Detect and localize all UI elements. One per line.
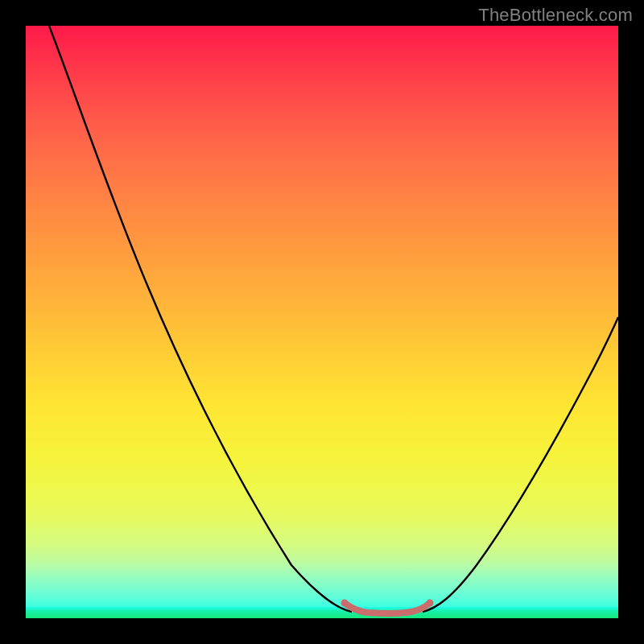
watermark-text: TheBottleneck.com bbox=[478, 5, 633, 26]
left-curve bbox=[49, 26, 352, 612]
plot-area bbox=[26, 26, 618, 618]
highlight-dot-right bbox=[427, 600, 434, 607]
chart-svg bbox=[26, 26, 618, 618]
right-curve bbox=[423, 317, 618, 612]
highlight-dot-left bbox=[341, 600, 349, 607]
chart-container: TheBottleneck.com bbox=[0, 0, 644, 644]
flat-bottom-highlight bbox=[345, 603, 430, 613]
